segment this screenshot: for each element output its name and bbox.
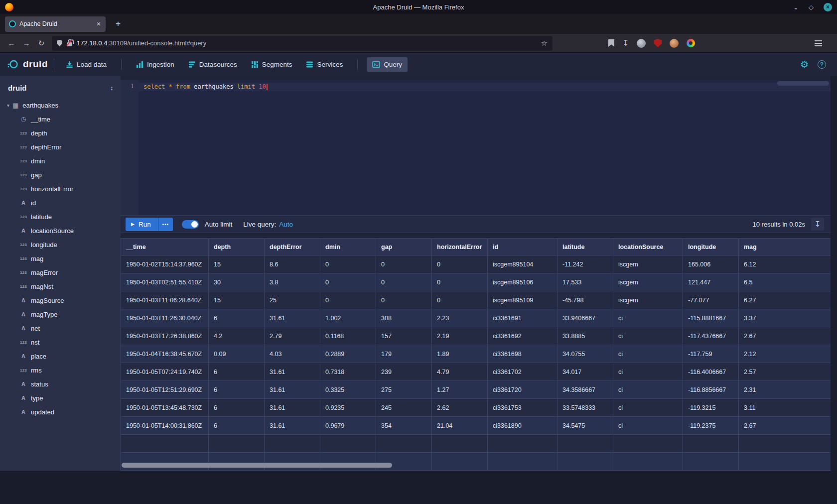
table-cell[interactable]: 1950-01-05T07:24:19.740Z	[121, 363, 209, 381]
table-cell[interactable]: 6	[209, 399, 265, 417]
window-close-icon[interactable]: ×	[824, 3, 832, 11]
table-cell[interactable]: -119.3215	[683, 399, 739, 417]
column-header-__time[interactable]: __time	[121, 239, 209, 255]
settings-gear-icon[interactable]: ⚙	[800, 60, 809, 69]
table-cell[interactable]: ci3361890	[488, 417, 558, 435]
table-cell[interactable]: 0.2889	[320, 345, 376, 363]
url-bar[interactable]: 172.18.0.4:30109/unified-console.html#qu…	[52, 36, 553, 51]
table-cell[interactable]: 3.11	[739, 399, 837, 417]
sidebar-column-horizontalError[interactable]: horizontalError	[0, 182, 121, 196]
table-cell[interactable]: 31.61	[265, 363, 320, 381]
save-to-pocket-icon[interactable]	[608, 39, 614, 47]
sidebar-column-magNst[interactable]: magNst	[0, 279, 121, 293]
table-cell[interactable]: 1950-01-03T02:51:55.410Z	[121, 273, 209, 291]
sidebar-column-__time[interactable]: __time	[0, 112, 121, 126]
table-cell[interactable]: ci3361702	[488, 363, 558, 381]
table-cell[interactable]: 2.62	[432, 399, 488, 417]
table-cell[interactable]: 4.79	[432, 363, 488, 381]
table-cell[interactable]: ci	[613, 399, 683, 417]
sidebar-column-id[interactable]: id	[0, 196, 121, 210]
table-cell[interactable]: -11.242	[558, 255, 613, 273]
druid-logo[interactable]: druid	[7, 58, 48, 70]
extension-pinwheel-icon[interactable]	[687, 39, 695, 47]
column-header-depth[interactable]: depth	[209, 239, 265, 255]
live-query-value[interactable]: Auto	[279, 221, 293, 228]
table-cell[interactable]: 0	[320, 255, 376, 273]
table-cell[interactable]: 0.1168	[320, 327, 376, 345]
table-cell[interactable]: 0	[376, 291, 432, 309]
table-cell[interactable]: 25	[265, 291, 320, 309]
table-cell[interactable]: 21.04	[432, 417, 488, 435]
table-cell[interactable]: 354	[376, 417, 432, 435]
column-header-gap[interactable]: gap	[376, 239, 432, 255]
table-cell[interactable]: 0.09	[209, 345, 265, 363]
back-icon[interactable]: ←	[4, 39, 19, 47]
table-cell[interactable]: 157	[376, 327, 432, 345]
table-cell[interactable]: ci	[613, 381, 683, 399]
table-cell[interactable]: 0	[432, 255, 488, 273]
sidebar-column-place[interactable]: place	[0, 349, 121, 363]
column-header-mag[interactable]: mag	[739, 239, 837, 255]
table-cell[interactable]: 2.79	[265, 327, 320, 345]
table-cell[interactable]: ci3361691	[488, 309, 558, 327]
table-cell[interactable]: iscgem895104	[488, 255, 558, 273]
table-cell[interactable]: 31.61	[265, 399, 320, 417]
table-cell[interactable]: iscgem	[613, 273, 683, 291]
table-cell[interactable]: 30	[209, 273, 265, 291]
table-cell[interactable]: -115.8881667	[683, 309, 739, 327]
sidebar-column-type[interactable]: type	[0, 391, 121, 405]
window-shade-icon[interactable]: ⌄	[793, 4, 799, 10]
editor-scrollbar-thumb[interactable]	[777, 81, 829, 86]
table-cell[interactable]: 2.67	[739, 327, 837, 345]
table-cell[interactable]: 6.5	[739, 273, 837, 291]
table-cell[interactable]: 0	[432, 273, 488, 291]
table-cell[interactable]: 15	[209, 255, 265, 273]
schema-name[interactable]: druid	[8, 84, 27, 92]
table-cell[interactable]: -117.4376667	[683, 327, 739, 345]
column-header-latitude[interactable]: latitude	[558, 239, 613, 255]
forward-icon[interactable]: →	[19, 39, 34, 47]
run-button[interactable]: ▶ Run	[126, 218, 158, 231]
table-cell[interactable]: 0.7318	[320, 363, 376, 381]
table-cell[interactable]: ci3361698	[488, 345, 558, 363]
table-cell[interactable]: 245	[376, 399, 432, 417]
table-cell[interactable]: 33.8885	[558, 327, 613, 345]
reload-icon[interactable]: ↻	[34, 39, 49, 48]
table-cell[interactable]: 1950-01-05T13:45:48.730Z	[121, 399, 209, 417]
table-cell[interactable]: 33.9406667	[558, 309, 613, 327]
table-cell[interactable]: ci	[613, 363, 683, 381]
table-cell[interactable]: iscgem895106	[488, 273, 558, 291]
new-tab-button[interactable]: +	[112, 18, 125, 30]
run-more-button[interactable]: •••	[158, 218, 173, 231]
table-cell[interactable]: 31.61	[265, 417, 320, 435]
table-cell[interactable]: 1950-01-03T11:06:28.640Z	[121, 291, 209, 309]
nav-services[interactable]: Services	[300, 57, 348, 72]
table-cell[interactable]: 6.12	[739, 255, 837, 273]
table-cell[interactable]: 2.31	[739, 381, 837, 399]
table-cell[interactable]: 2.23	[432, 309, 488, 327]
table-cell[interactable]: 31.61	[265, 309, 320, 327]
sidebar-column-net[interactable]: net	[0, 321, 121, 335]
horizontal-scrollbar-thumb[interactable]	[122, 463, 392, 468]
table-cell[interactable]: 0.3325	[320, 381, 376, 399]
table-cell[interactable]: 34.3586667	[558, 381, 613, 399]
table-cell[interactable]: 31.61	[265, 381, 320, 399]
sidebar-column-status[interactable]: status	[0, 377, 121, 391]
table-cell[interactable]: 2.67	[739, 417, 837, 435]
auto-limit-toggle[interactable]	[182, 220, 199, 229]
table-cell[interactable]: 0	[320, 291, 376, 309]
table-cell[interactable]: 4.2	[209, 327, 265, 345]
help-icon[interactable]: ?	[818, 60, 826, 69]
nav-ingestion[interactable]: Ingestion	[131, 57, 180, 72]
table-cell[interactable]: -116.8856667	[683, 381, 739, 399]
page-scrollbar-track[interactable]	[831, 76, 837, 471]
table-cell[interactable]: 3.37	[739, 309, 837, 327]
table-cell[interactable]: 6	[209, 381, 265, 399]
table-cell[interactable]: -116.4006667	[683, 363, 739, 381]
sidebar-column-depth[interactable]: depth	[0, 126, 121, 140]
table-cell[interactable]: 1950-01-05T14:00:31.860Z	[121, 417, 209, 435]
table-cell[interactable]: 0	[432, 291, 488, 309]
url-text[interactable]: 172.18.0.4:30109/unified-console.html#qu…	[77, 39, 537, 47]
table-cell[interactable]: ci3361720	[488, 381, 558, 399]
table-cell[interactable]: 1950-01-03T11:26:30.040Z	[121, 309, 209, 327]
